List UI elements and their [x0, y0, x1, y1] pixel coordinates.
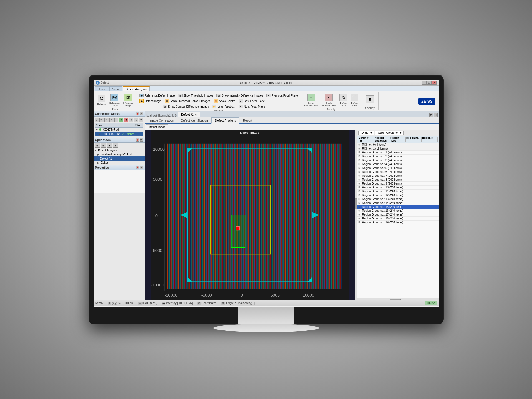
connection-example2[interactable]: ▶ Example2_LrS ✓ Finished	[95, 132, 143, 136]
connection-toolbar: ↺ ✎ ✕ + - ● ■ ↑ ↓ ≡	[95, 118, 143, 122]
region-group-11[interactable]: ⊞ Region Group no.: 11 (240 items)	[357, 190, 439, 193]
show-threshold-contour-btn[interactable]: ▦ Show Threshold Contour Images	[163, 99, 211, 103]
tab-defect-analysis[interactable]: Defect Analysis	[123, 86, 150, 91]
props-close-btn[interactable]: ✕	[140, 166, 143, 169]
region-group-7[interactable]: ⊞ Region Group no.: 7 (240 items)	[357, 174, 439, 178]
show-contour-diff-btn[interactable]: ▧ Show Contour Difference Images	[162, 104, 210, 109]
roi-scrollbar-thumb[interactable]	[390, 299, 401, 300]
region-group-10[interactable]: ⊞ Region Group no.: 10 (240 items)	[357, 186, 439, 190]
rg18-label: Region Group no.: 18 (240 items)	[362, 217, 438, 220]
inclusion-rois-icon: +	[307, 94, 315, 101]
conn-menu-btn[interactable]: ≡	[139, 118, 143, 122]
tab-view[interactable]: View	[109, 86, 122, 91]
next-focal-btn[interactable]: ▼ Next Focal Plane	[238, 104, 266, 109]
sub-tab-image-correlation[interactable]: Image Correlation	[146, 117, 177, 123]
region-group-3[interactable]: ⊞ Region Group no.: 3 (240 items)	[357, 158, 439, 162]
region-group-1[interactable]: ⊞ Region Group no.: 1 (240 items)	[357, 151, 439, 155]
inner-tab-defect-image[interactable]: Defect Image	[146, 124, 168, 130]
conn-down-btn[interactable]: ↓	[134, 118, 138, 122]
show-palette-btn[interactable]: 🎨 Show Palette	[213, 99, 236, 103]
region-group-6[interactable]: ⊞ Region Group no.: 6 (240 items)	[357, 170, 439, 174]
conn-add-btn[interactable]: +	[109, 118, 114, 122]
doc-tab-defect1[interactable]: Defect #1 ✕	[178, 112, 200, 117]
show-threshold-btn[interactable]: ▦ Show Threshold Images	[177, 93, 215, 98]
roi-no-dropdown[interactable]: ROI no. ▼	[358, 131, 374, 135]
sub-tab-report[interactable]: Report	[239, 117, 256, 123]
pin-btn[interactable]: 📌	[136, 112, 139, 115]
roi-no-0-header[interactable]: ⊞ ROI no.: 0 (8 items)	[357, 143, 439, 147]
doc-float-btn[interactable]: ⊟	[429, 113, 433, 117]
region-group-17[interactable]: ⊞ Region Group no.: 17 (240 items)	[357, 213, 439, 217]
maximize-btn[interactable]: □	[427, 81, 432, 85]
region-group-13[interactable]: ⊞ Region Group no.: 13 (240 items)	[357, 197, 439, 201]
sub-tab-defect-analysis[interactable]: Defect Analysis	[211, 117, 239, 124]
connection-cznet[interactable]: ▼ CZNETyJrad	[95, 128, 143, 132]
prev-focal-btn[interactable]: ▲ Previous Focal Plane	[265, 93, 299, 98]
doc-pin-btn[interactable]: ✕	[434, 113, 438, 117]
region-group-19[interactable]: ⊞ Region Group no.: 19 (240 items)	[357, 221, 439, 224]
region-group-12[interactable]: ⊞ Region Group no.: 12 (240 items)	[357, 193, 439, 197]
region-group-dropdown[interactable]: Region Group no. ▼	[375, 131, 404, 135]
reference-image-button[interactable]: Ref ReferenceImage	[108, 93, 121, 107]
difference-image-button[interactable]: Dif DifferenceImage	[122, 93, 134, 107]
value-status: ◈ 0.406 (abs.)	[138, 302, 160, 305]
roi-horizontal-scrollbar[interactable]	[357, 298, 439, 300]
defect-image-btn[interactable]: ◉ Defect Image	[138, 99, 162, 103]
create-exclusion-rois-btn[interactable]: - CreateExclusion Rois	[320, 93, 337, 107]
refresh-button[interactable]: ↺ Refresh	[96, 94, 107, 106]
localhost-expand: ▶	[97, 153, 100, 156]
defect-area-btn[interactable]: ⬜ DefectArea	[349, 93, 359, 107]
doc-tab-controls: ⊟ ✕	[429, 113, 438, 117]
view-delete-btn[interactable]: ⊠	[107, 143, 112, 148]
conn-close-btn[interactable]: ✕	[104, 118, 109, 122]
close-btn[interactable]: ✕	[432, 81, 437, 85]
region-group-4[interactable]: ⊞ Region Group no.: 4 (240 items)	[357, 162, 439, 166]
conn-remove-btn[interactable]: -	[114, 118, 119, 122]
ref-defect-image-btn[interactable]: ◉ Reference/Defect Image	[138, 93, 176, 98]
conn-green-btn[interactable]: ●	[119, 118, 123, 122]
region-group-2[interactable]: ⊞ Region Group no.: 2 (240 items)	[357, 155, 439, 158]
open-view-defect1[interactable]: Defect #1	[94, 156, 145, 161]
rg9-expand: ⊞	[358, 182, 362, 185]
load-palette-btn[interactable]: 📂 Load Palette...	[211, 104, 236, 109]
sub-tab-defect-identification[interactable]: Defect Identification	[177, 117, 211, 123]
vertical-scrollbar[interactable]	[355, 130, 357, 300]
reference-image-label: ReferenceImage	[109, 102, 120, 107]
scrollbar-thumb[interactable]	[355, 198, 357, 209]
defect1-label: Defect #1	[100, 157, 112, 160]
view-tile-btn[interactable]: ⊞	[95, 143, 100, 148]
tab-home[interactable]: Home	[95, 86, 109, 91]
defect-analysis-view-label: Defect Analysis	[98, 149, 117, 152]
region-group-18[interactable]: ⊞ Region Group no.: 18 (240 items)	[357, 217, 439, 221]
region-group-8[interactable]: ⊞ Region Group no.: 8 (240 items)	[357, 178, 439, 182]
svg-text:10000: 10000	[302, 293, 314, 297]
open-views-pin-btn[interactable]: 📌	[136, 138, 139, 142]
region-group-9[interactable]: ⊞ Region Group no.: 9 (240 items)	[357, 182, 439, 186]
region-group-16[interactable]: ⊞ Region Group no.: 16 (240 items)	[357, 209, 439, 213]
create-inclusion-rois-btn[interactable]: + CreateInclusion Rois	[303, 93, 319, 107]
region-group-14[interactable]: ⊞ Region Group no.: 14 (240 items)	[357, 201, 439, 205]
region-group-5[interactable]: ⊞ Region Group no.: 5 (240 items)	[357, 166, 439, 170]
view-list-btn[interactable]: ⊟	[101, 143, 106, 148]
doc-tab-close-btn[interactable]: ✕	[195, 113, 197, 116]
overlay-btn[interactable]: ⊞	[365, 95, 375, 104]
show-intensity-diff-btn[interactable]: ▧ Show Intensity Difference Images	[215, 93, 264, 98]
open-view-defect-analysis[interactable]: ▼ Defect Analysis	[94, 148, 145, 152]
coords-icon: ⊕	[108, 302, 111, 305]
conn-stop-btn[interactable]: ■	[124, 118, 128, 122]
minimize-btn[interactable]: —	[422, 81, 427, 85]
open-view-editor[interactable]: ▶ Editor	[94, 161, 145, 165]
defect-center-btn[interactable]: ◎ DefectCenter	[338, 93, 348, 107]
region-group-15[interactable]: ⊞ Region Group no.: 15 (240 items)	[357, 205, 439, 209]
view-grid-btn[interactable]: ⊡	[113, 143, 118, 148]
conn-refresh-btn[interactable]: ↺	[95, 118, 99, 122]
region-group-chevron: ▼	[399, 131, 402, 134]
open-view-localhost[interactable]: ▶ localhost: Example2_LrS	[94, 152, 145, 156]
best-focal-btn[interactable]: ● Best Focal Plane	[238, 99, 266, 103]
props-pin-btn[interactable]: 📌	[136, 166, 139, 169]
panel-close-btn[interactable]: ✕	[140, 112, 143, 115]
roi-no-1-header[interactable]: ⊞ ROI no.: 1 (19 items)	[357, 147, 439, 151]
conn-up-btn[interactable]: ↑	[129, 118, 133, 122]
open-views-close-btn[interactable]: ✕	[140, 138, 143, 142]
conn-edit-btn[interactable]: ✎	[99, 118, 104, 122]
